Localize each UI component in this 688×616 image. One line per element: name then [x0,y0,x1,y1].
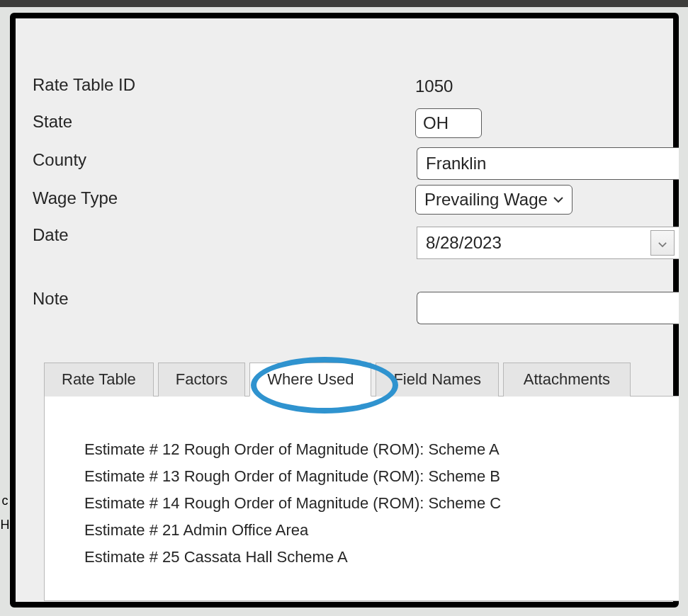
value-rate-table-id: 1050 [415,76,666,96]
county-value: Franklin [426,154,486,173]
cropped-left-text: cH [0,489,10,537]
label-rate-table-id: Rate Table ID [33,75,415,98]
label-note: Note [33,289,415,312]
label-wage-type: Wage Type [33,188,415,211]
date-dropdown-button[interactable] [650,230,675,256]
label-date: Date [33,225,415,248]
state-input[interactable]: OH [415,108,482,138]
window-top-bar [0,0,688,7]
tabs-container: Rate Table Factors Where Used Field Name… [44,363,679,601]
row-wage-type: Wage Type Prevailing Wage [33,181,666,218]
tab-strip: Rate Table Factors Where Used Field Name… [44,363,679,397]
list-item: Estimate # 13 Rough Order of Magnitude (… [84,463,672,490]
list-item: Estimate # 14 Rough Order of Magnitude (… [84,490,672,517]
main-panel: Rate Table ID 1050 State OH County Wage … [10,13,679,608]
window: cH Rate Table ID 1050 State OH County Wa… [0,0,688,616]
list-item: Estimate # 25 Cassata Hall Scheme A [84,544,672,571]
wage-type-selected-text: Prevailing Wage [424,190,548,210]
county-input[interactable]: Franklin [417,147,679,180]
label-county: County [33,150,415,173]
tab-factors[interactable]: Factors [158,363,245,397]
wage-type-select[interactable]: Prevailing Wage [415,185,573,215]
tab-rate-table[interactable]: Rate Table [44,363,154,397]
chevron-down-icon [658,234,667,252]
tab-where-used[interactable]: Where Used [249,363,371,397]
list-item: Estimate # 12 Rough Order of Magnitude (… [84,436,672,463]
chevron-down-icon [553,196,563,203]
tab-attachments[interactable]: Attachments [503,363,631,397]
label-state: State [33,112,415,135]
row-rate-table-id: Rate Table ID 1050 [33,68,666,105]
date-picker[interactable]: 8/28/2023 [417,227,679,259]
row-state: State OH [33,105,666,142]
tab-content-where-used: Estimate # 12 Rough Order of Magnitude (… [44,396,679,601]
date-value: 8/28/2023 [417,227,650,258]
note-input[interactable] [417,292,679,324]
list-item: Estimate # 21 Admin Office Area [84,517,672,544]
tab-field-names[interactable]: Field Names [376,363,498,397]
